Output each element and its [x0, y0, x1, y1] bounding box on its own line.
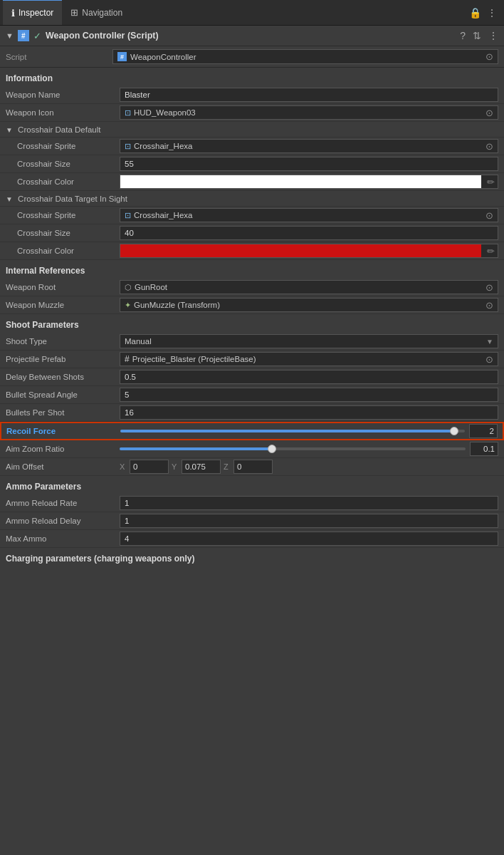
crosshair-target-arrow: ▼	[6, 195, 13, 203]
weapon-root-icon: ⬡	[125, 283, 132, 292]
shoot-type-dropdown-text: Manual	[125, 337, 486, 346]
delay-shots-row: Delay Between Shots	[0, 368, 504, 386]
component-foldout-arrow[interactable]: ▼	[6, 31, 14, 40]
aim-offset-x-input[interactable]	[130, 460, 169, 474]
crosshair-color-row: Crosshair Color ✏	[0, 173, 504, 191]
shoot-type-dropdown[interactable]: Manual ▼	[120, 334, 498, 348]
projectile-ref[interactable]: # Projectile_Blaster (ProjectileBase) ⊙	[120, 352, 498, 366]
aim-offset-y-input[interactable]	[182, 460, 221, 474]
component-enabled-check[interactable]: ✓	[33, 31, 41, 41]
weapon-muzzle-select-btn[interactable]: ⊙	[485, 300, 493, 311]
aim-zoom-slider-track[interactable]	[120, 447, 466, 450]
component-header: ▼ # ✓ Weapon Controller (Script) ? ⇅ ⋮	[0, 26, 504, 46]
crosshair-target-size-input[interactable]	[120, 226, 498, 240]
crosshair-target-sprite-ref-text: Crosshair_Hexa	[134, 211, 483, 219]
script-hash-icon: #	[117, 52, 127, 61]
sort-icon[interactable]: ⇅	[473, 30, 481, 41]
inspector-icon: ℹ	[11, 8, 15, 19]
projectile-ref-text: Projectile_Blaster (ProjectileBase)	[132, 355, 483, 363]
crosshair-sprite-value: ⊡ Crosshair_Hexa ⊙	[120, 139, 498, 153]
weapon-name-value	[120, 88, 498, 102]
charging-heading: Charging parameters (charging weapons on…	[6, 554, 194, 564]
aim-zoom-slider-thumb[interactable]	[268, 445, 276, 453]
ammo-params-heading: Ammo Parameters	[6, 482, 81, 492]
crosshair-target-sprite-ref[interactable]: ⊡ Crosshair_Hexa ⊙	[120, 208, 498, 222]
menu-icon[interactable]: ⋮	[488, 30, 498, 41]
weapon-muzzle-label: Weapon Muzzle	[6, 301, 120, 309]
weapon-name-row: Weapon Name	[0, 86, 504, 104]
crosshair-sprite-select-btn[interactable]: ⊙	[485, 141, 493, 152]
crosshair-default-label[interactable]: ▼ Crosshair Data Default	[6, 125, 498, 134]
shoot-type-label: Shoot Type	[6, 337, 120, 346]
weapon-icon-ref[interactable]: ⊡ HUD_Weapon03 ⊙	[120, 105, 498, 120]
lock-icon[interactable]: 🔒	[469, 7, 481, 19]
internal-refs-heading: Internal References	[6, 266, 85, 276]
bullet-spread-input[interactable]	[120, 388, 498, 402]
crosshair-size-row: Crosshair Size	[0, 155, 504, 173]
weapon-name-input[interactable]	[120, 88, 498, 102]
crosshair-target-color-field[interactable]: ✏	[120, 244, 498, 258]
help-icon[interactable]: ?	[460, 30, 466, 41]
crosshair-size-input[interactable]	[120, 157, 498, 171]
weapon-root-select-btn[interactable]: ⊙	[485, 282, 493, 293]
crosshair-color-field[interactable]: ✏	[120, 175, 498, 189]
max-ammo-input[interactable]	[120, 532, 498, 546]
shoot-params-heading: Shoot Parameters	[6, 320, 79, 330]
reload-rate-row: Ammo Reload Rate	[0, 494, 504, 512]
crosshair-target-label[interactable]: ▼ Crosshair Data Target In Sight	[6, 195, 498, 203]
weapon-icon-ref-text: HUD_Weapon03	[134, 108, 483, 117]
crosshair-target-sprite-select-btn[interactable]: ⊙	[485, 210, 493, 221]
projectile-value: # Projectile_Blaster (ProjectileBase) ⊙	[120, 352, 498, 366]
weapon-root-label: Weapon Root	[6, 283, 120, 291]
recoil-force-slider-thumb[interactable]	[450, 427, 458, 435]
crosshair-sprite-ref[interactable]: ⊡ Crosshair_Hexa ⊙	[120, 139, 498, 153]
section-charging: Charging parameters (charging weapons on…	[0, 548, 504, 566]
reload-rate-value	[120, 496, 498, 510]
tab-actions: 🔒 ⋮	[469, 7, 501, 19]
aim-offset-z-input[interactable]	[233, 460, 273, 474]
section-internal-refs: Internal References	[0, 260, 504, 279]
crosshair-target-color-value: ✏	[120, 244, 498, 258]
tab-inspector[interactable]: ℹ Inspector	[3, 0, 62, 25]
bullets-per-shot-input[interactable]	[120, 405, 498, 420]
shoot-type-value: Manual ▼	[120, 334, 498, 348]
recoil-force-input[interactable]	[469, 424, 498, 438]
component-title: Weapon Controller (Script)	[46, 31, 456, 41]
color-picker-icon[interactable]: ✏	[484, 177, 498, 187]
more-icon[interactable]: ⋮	[487, 7, 497, 19]
projectile-select-btn[interactable]: ⊙	[485, 354, 493, 365]
recoil-force-value	[120, 424, 498, 438]
weapon-muzzle-icon: ✦	[125, 301, 131, 310]
reload-delay-input[interactable]	[120, 514, 498, 528]
crosshair-target-foldout-row: ▼ Crosshair Data Target In Sight	[0, 191, 504, 207]
max-ammo-row: Max Ammo	[0, 530, 504, 548]
crosshair-target-sprite-value: ⊡ Crosshair_Hexa ⊙	[120, 208, 498, 222]
recoil-force-slider-track[interactable]	[120, 430, 465, 432]
aim-offset-value: X Y Z	[120, 460, 498, 474]
target-color-picker-icon[interactable]: ✏	[484, 246, 498, 256]
bullets-per-shot-value	[120, 405, 498, 420]
aim-offset-z-label: Z	[224, 462, 232, 471]
weapon-name-label: Weapon Name	[6, 90, 120, 99]
aim-zoom-slider-fill	[120, 447, 272, 450]
weapon-root-ref[interactable]: ⬡ GunRoot ⊙	[120, 280, 498, 294]
navigation-icon: ⊞	[70, 7, 78, 18]
aim-offset-x-item: X	[120, 460, 169, 474]
reload-rate-input[interactable]	[120, 496, 498, 510]
script-select-btn[interactable]: ⊙	[485, 51, 493, 62]
inspector-body: Information Weapon Name Weapon Icon ⊡ HU…	[0, 68, 504, 566]
component-actions: ? ⇅ ⋮	[460, 30, 498, 41]
tab-navigation[interactable]: ⊞ Navigation	[62, 0, 131, 25]
bullet-spread-row: Bullet Spread Angle	[0, 386, 504, 404]
delay-shots-input[interactable]	[120, 370, 498, 384]
weapon-muzzle-ref[interactable]: ✦ GunMuzzle (Transform) ⊙	[120, 298, 498, 312]
aim-zoom-input[interactable]	[470, 442, 498, 456]
aim-zoom-value	[120, 442, 498, 456]
weapon-icon-select-btn[interactable]: ⊙	[485, 108, 493, 118]
crosshair-color-label: Crosshair Color	[6, 177, 120, 186]
crosshair-sprite-icon: ⊡	[125, 142, 131, 151]
crosshair-default-foldout-row: ▼ Crosshair Data Default	[0, 122, 504, 138]
max-ammo-value	[120, 532, 498, 546]
crosshair-target-color-label: Crosshair Color	[6, 247, 120, 255]
recoil-force-slider-row	[120, 424, 498, 438]
